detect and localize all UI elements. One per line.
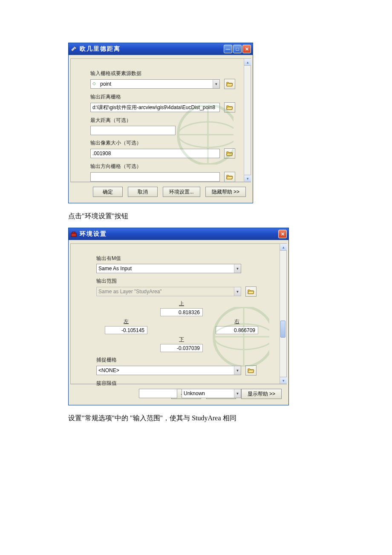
combo-value: Unknown xyxy=(184,390,233,396)
browse-button[interactable] xyxy=(245,365,257,376)
bottom-value[interactable]: -0.037039 xyxy=(160,344,203,352)
toolbox-icon xyxy=(70,231,77,237)
browse-button[interactable] xyxy=(224,102,235,113)
browse-button[interactable] xyxy=(224,148,235,159)
doc-text-2: 设置"常规选项"中的 "输入范围"，使其与 StudyArea 相同 xyxy=(68,414,324,423)
combo-value: point xyxy=(100,81,212,87)
combo-value: Same As Input xyxy=(98,266,233,272)
extent-combo[interactable]: Same as Layer "StudyArea" ▼ xyxy=(96,287,241,296)
chevron-down-icon[interactable]: ▼ xyxy=(234,264,241,273)
cluster-tolerance-label: 簇容限值 xyxy=(96,380,267,387)
chevron-down-icon[interactable]: ▼ xyxy=(234,366,241,375)
right-value[interactable]: 0.866709 xyxy=(216,326,258,334)
bottom-label: 下 xyxy=(179,336,184,343)
snap-raster-label: 捕捉栅格 xyxy=(96,356,267,364)
combo-value: Same as Layer "StudyArea" xyxy=(98,289,233,295)
mvalue-combo[interactable]: Same As Input ▼ xyxy=(96,264,241,273)
scroll-up-icon[interactable]: ▴ xyxy=(280,244,287,251)
direction-raster-label: 输出方向栅格（可选） xyxy=(90,163,235,170)
extent-label: 输出范围 xyxy=(96,278,267,285)
titlebar[interactable]: 欧几里德距离 — □ ✕ xyxy=(69,43,253,55)
output-raster-label: 输出距离栅格 xyxy=(90,93,235,101)
doc-text-1: 点击"环境设置"按钮 xyxy=(68,212,324,221)
left-label: 左 xyxy=(124,318,129,325)
mvalue-label: 输出有M值 xyxy=(96,255,267,262)
svg-rect-3 xyxy=(72,232,75,233)
scroll-thumb[interactable] xyxy=(280,321,285,338)
cancel-button[interactable]: 取消 xyxy=(128,187,158,197)
combo-value: <NONE> xyxy=(98,367,233,373)
scroll-down-icon[interactable]: ▾ xyxy=(280,377,287,384)
output-path-input[interactable]: d:\课程\gis软件应用-arcview\gis9\4data\EucDist… xyxy=(90,103,220,112)
ok-button[interactable]: 确定 xyxy=(93,187,123,197)
scrollbar[interactable]: ▴ ▾ xyxy=(280,244,286,384)
close-button[interactable]: ✕ xyxy=(242,45,251,53)
chevron-down-icon[interactable]: ▼ xyxy=(234,287,241,296)
cluster-value-input[interactable] xyxy=(139,389,177,398)
browse-button[interactable] xyxy=(224,172,235,182)
svg-rect-2 xyxy=(71,233,76,237)
environment-settings-window: 环境设置 ✕ ▴ ▾ 输出有M值 Same As Input ▼ 输出范围 xyxy=(68,228,289,405)
window-title: 欧几里德距离 xyxy=(80,45,224,53)
snap-raster-combo[interactable]: <NONE> ▼ xyxy=(96,366,241,375)
hammer-icon xyxy=(70,46,77,52)
cluster-unit-combo[interactable]: Unknown ▼ xyxy=(182,389,241,398)
cell-size-input[interactable]: .001908 xyxy=(90,149,220,158)
left-value[interactable]: -0.105145 xyxy=(105,326,147,334)
browse-button[interactable] xyxy=(224,79,235,89)
input-source-combo[interactable]: ◇ point ▼ xyxy=(90,79,220,89)
window-title: 环境设置 xyxy=(80,230,278,238)
chevron-down-icon[interactable]: ▼ xyxy=(213,80,219,88)
max-distance-input[interactable] xyxy=(90,126,176,135)
browse-button[interactable] xyxy=(245,286,257,297)
layer-icon: ◇ xyxy=(92,81,98,87)
extent-grid: 上 0.818326 左 -0.105145 右 0.866709 xyxy=(96,300,267,352)
maximize-button[interactable]: □ xyxy=(233,45,242,53)
input-source-label: 输入栅格或要素源数据 xyxy=(90,70,235,77)
top-value[interactable]: 0.818326 xyxy=(160,308,203,316)
hide-help-button[interactable]: 隐藏帮助 >> xyxy=(205,187,246,197)
scrollbar[interactable]: ▴ ▾ xyxy=(244,59,251,182)
close-button[interactable]: ✕ xyxy=(278,230,287,238)
euclidean-distance-window: 欧几里德距离 — □ ✕ ▴ ▾ 输入栅格或要素源数据 ◇ point ▼ xyxy=(68,43,253,203)
scroll-up-icon[interactable]: ▴ xyxy=(244,59,251,66)
titlebar[interactable]: 环境设置 ✕ xyxy=(69,228,288,240)
direction-raster-input[interactable] xyxy=(90,172,220,182)
right-label: 右 xyxy=(234,318,239,325)
chevron-down-icon[interactable]: ▼ xyxy=(234,389,241,398)
top-label: 上 xyxy=(179,300,184,307)
cell-size-label: 输出像素大小（可选） xyxy=(90,139,235,147)
scroll-down-icon[interactable]: ▾ xyxy=(244,175,251,182)
max-distance-label: 最大距离（可选） xyxy=(90,117,235,124)
environment-button[interactable]: 环境设置... xyxy=(163,187,200,197)
minimize-button[interactable]: — xyxy=(224,45,232,53)
